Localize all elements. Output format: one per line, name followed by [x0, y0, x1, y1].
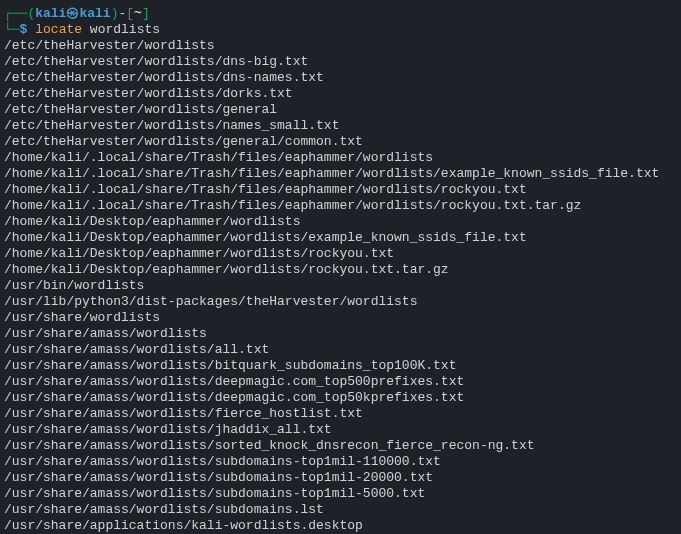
output-line: /usr/share/amass/wordlists/fierce_hostli…: [4, 406, 677, 422]
command-argument: wordlists: [90, 22, 160, 37]
output-line: /usr/lib/python3/dist-packages/theHarves…: [4, 294, 677, 310]
output-line: /etc/theHarvester/wordlists/dorks.txt: [4, 86, 677, 102]
output-line: /usr/share/amass/wordlists/deepmagic.com…: [4, 374, 677, 390]
output-line: /etc/theHarvester/wordlists/names_small.…: [4, 118, 677, 134]
output-line: /usr/share/amass/wordlists/all.txt: [4, 342, 677, 358]
output-line: /home/kali/Desktop/eaphammer/wordlists/e…: [4, 230, 677, 246]
output-line: /usr/share/amass/wordlists/subdomains.ls…: [4, 502, 677, 518]
output-line: /home/kali/.local/share/Trash/files/eaph…: [4, 198, 677, 214]
output-line: /etc/theHarvester/wordlists/dns-big.txt: [4, 54, 677, 70]
output-line: /usr/share/amass/wordlists/subdomains-to…: [4, 454, 677, 470]
output-line: /etc/theHarvester/wordlists/general: [4, 102, 677, 118]
output-line: /usr/share/amass/wordlists/bitquark_subd…: [4, 358, 677, 374]
prompt-arm: └─: [4, 22, 20, 37]
command-output: /etc/theHarvester/wordlists/etc/theHarve…: [4, 38, 677, 534]
output-line: /usr/share/amass/wordlists/subdomains-to…: [4, 470, 677, 486]
output-line: /usr/share/applications/kali-wordlists.d…: [4, 518, 677, 534]
command-name: locate: [35, 22, 82, 37]
output-line: /home/kali/.local/share/Trash/files/eaph…: [4, 150, 677, 166]
output-line: /home/kali/.local/share/Trash/files/eaph…: [4, 182, 677, 198]
output-line: /home/kali/.local/share/Trash/files/eaph…: [4, 166, 677, 182]
prompt-line-1: ┌──(kali㉿kali)-[~]: [4, 6, 677, 22]
output-line: /home/kali/Desktop/eaphammer/wordlists: [4, 214, 677, 230]
output-line: /usr/share/wordlists: [4, 310, 677, 326]
prompt-close-bracket: ]: [142, 6, 150, 21]
prompt-open-bracket: [: [126, 6, 134, 21]
output-line: /home/kali/Desktop/eaphammer/wordlists/r…: [4, 246, 677, 262]
prompt-user-host: kali㉿kali: [35, 6, 110, 21]
output-line: /usr/share/amass/wordlists/jhaddix_all.t…: [4, 422, 677, 438]
output-line: /etc/theHarvester/wordlists/dns-names.tx…: [4, 70, 677, 86]
prompt-path: ~: [134, 6, 142, 21]
output-line: /usr/bin/wordlists: [4, 278, 677, 294]
output-line: /etc/theHarvester/wordlists: [4, 38, 677, 54]
output-line: /usr/share/amass/wordlists/sorted_knock_…: [4, 438, 677, 454]
output-line: /etc/theHarvester/wordlists/general/comm…: [4, 134, 677, 150]
prompt-dollar: $: [20, 22, 28, 37]
output-line: /usr/share/amass/wordlists/deepmagic.com…: [4, 390, 677, 406]
output-line: /home/kali/Desktop/eaphammer/wordlists/r…: [4, 262, 677, 278]
output-line: /usr/share/amass/wordlists: [4, 326, 677, 342]
prompt-open-paren: ┌──(: [4, 6, 35, 21]
output-line: /usr/share/amass/wordlists/subdomains-to…: [4, 486, 677, 502]
prompt-line-2[interactable]: └─$ locate wordlists: [4, 22, 677, 38]
